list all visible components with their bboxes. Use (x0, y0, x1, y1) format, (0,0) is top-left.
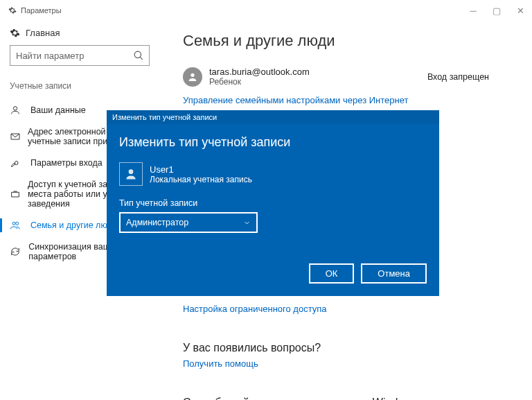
page-title: Семья и другие люди (183, 32, 517, 50)
search-placeholder: Найти параметр (16, 51, 84, 61)
restricted-access-link[interactable]: Настройка ограниченного доступа (183, 304, 517, 314)
dialog-user-row: User1 Локальная учетная запись (119, 162, 427, 186)
family-member-row[interactable]: taras.buria@outlook.com Ребенок Вход зап… (183, 67, 517, 87)
search-input[interactable]: Найти параметр (10, 45, 150, 66)
section-header: Учетные записи (10, 81, 150, 91)
help-link[interactable]: Получить помощь (183, 358, 517, 369)
person-icon (10, 105, 24, 116)
avatar (183, 67, 202, 87)
home-label: Главная (26, 28, 60, 38)
mail-icon (10, 131, 21, 142)
family-status: Вход запрещен (427, 72, 489, 82)
account-type-select[interactable]: Администратор (119, 212, 258, 233)
chevron-down-icon (243, 219, 251, 227)
search-icon (134, 51, 143, 60)
gear-icon (8, 6, 17, 15)
window-title: Параметры (21, 6, 62, 15)
user-avatar (119, 162, 143, 186)
dialog-heading: Изменить тип учетной записи (119, 135, 427, 150)
dialog-user-name: User1 (150, 164, 252, 175)
account-type-label: Тип учетной записи (119, 198, 427, 208)
select-value: Администратор (126, 218, 188, 227)
home-link[interactable]: Главная (10, 28, 150, 38)
ok-button[interactable]: ОК (309, 263, 355, 284)
gear-icon (10, 28, 20, 38)
dialog-titlebar: Изменить тип учетной записи (107, 110, 439, 124)
maximize-button[interactable]: ▢ (485, 0, 508, 21)
manage-family-link[interactable]: Управление семейными настройками через И… (183, 95, 517, 105)
sidebar-item-label: Ваши данные (30, 105, 86, 115)
family-email: taras.buria@outlook.com (209, 67, 427, 77)
sidebar-item-label: Параметры входа (30, 158, 103, 168)
cancel-button[interactable]: Отмена (361, 263, 427, 284)
people-icon (10, 220, 24, 231)
briefcase-icon (10, 189, 21, 200)
close-button[interactable]: ✕ (508, 0, 532, 21)
sidebar-item-label: Семья и другие люди (30, 220, 117, 230)
questions-heading: У вас появились вопросы? (183, 342, 517, 354)
feedback-heading: Способствуйте совершенствованию Windows (183, 397, 517, 400)
change-account-type-dialog: Изменить тип учетной записи Изменить тип… (107, 110, 439, 296)
dialog-user-type: Локальная учетная запись (150, 175, 252, 184)
key-icon (10, 157, 24, 168)
sync-icon (10, 246, 21, 257)
window-titlebar: Параметры ─ ▢ ✕ (0, 0, 532, 21)
minimize-button[interactable]: ─ (461, 0, 485, 21)
family-role: Ребенок (209, 77, 427, 87)
